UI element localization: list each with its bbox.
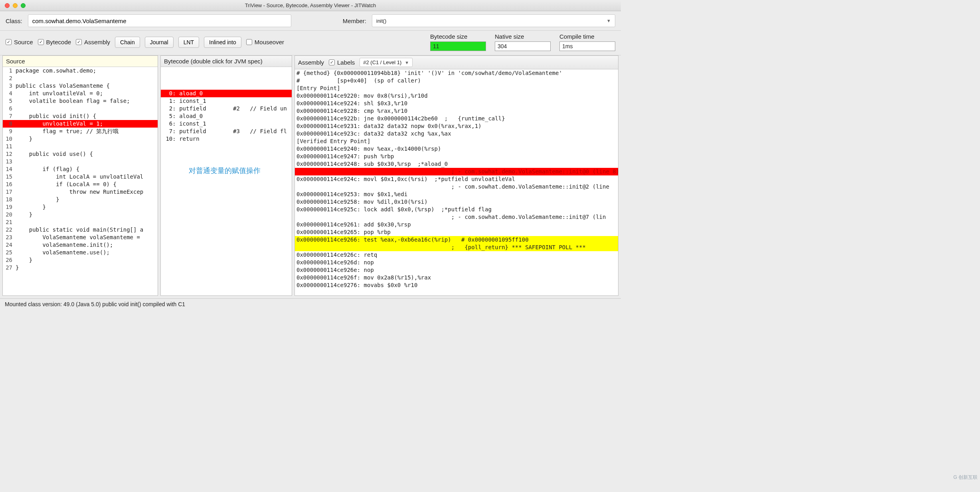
assembly-line[interactable]: 0x0000000114ce9266: test %eax,-0xb6ea16c… [295, 236, 618, 244]
assembly-line[interactable]: 0x0000000114ce922b: jne 0x0000000114c2be… [295, 115, 618, 122]
assembly-line[interactable]: ; - com.sowhat.demo.VolaSemanteme::init@… [295, 183, 618, 191]
minimize-icon[interactable] [13, 3, 18, 8]
member-select[interactable]: init() ▼ [372, 14, 615, 27]
source-line[interactable]: 25 volaSemanteme.use(); [3, 249, 158, 256]
assembly-line[interactable]: 0x0000000114ce926e: nop [295, 266, 618, 274]
source-line[interactable]: 15 int LocalA = unvloatileVal [3, 173, 158, 181]
bytecode-line[interactable]: 2: putfield #2 // Field un [161, 105, 292, 112]
source-line[interactable]: 9 flag = true; // 第九行哦 [3, 128, 158, 135]
source-line[interactable]: 16 if (LocalA == 0) { [3, 181, 158, 188]
assembly-line[interactable]: ; - com.sowhat.demo.VolaSemanteme::init@… [295, 168, 618, 175]
assembly-title: Assembly [298, 59, 324, 66]
assembly-line[interactable]: 0x0000000114ce926f: mov 0x2a8(%r15),%rax [295, 274, 618, 281]
bytecode-line[interactable]: 1: iconst_1 [161, 97, 292, 105]
assembly-line[interactable]: 0x0000000114ce926c: retq [295, 251, 618, 259]
source-line[interactable]: 13 [3, 158, 158, 165]
assembly-panel[interactable]: # {method} {0x000000011094bb18} 'init' '… [295, 69, 618, 295]
chevron-down-icon: ▼ [607, 18, 611, 23]
assembly-panel-header: Assembly Labels #2 (C1 / Level 1) ▼ [295, 56, 618, 69]
check-icon [6, 39, 12, 45]
assembly-line[interactable]: 0x0000000114ce9220: mov 0x8(%rsi),%r10d [295, 92, 618, 100]
class-label: Class: [6, 18, 22, 24]
assembly-line[interactable]: 0x0000000114ce9261: add $0x30,%rsp [295, 221, 618, 228]
member-value: init() [376, 18, 386, 24]
compile-time-value: 1ms [559, 41, 615, 51]
assembly-line[interactable]: ; - com.sowhat.demo.VolaSemanteme::init@… [295, 213, 618, 221]
assembly-line[interactable]: 0x0000000114ce9240: mov %eax,-0x14000(%r… [295, 145, 618, 153]
status-bar: Mounted class version: 49.0 (Java 5.0) p… [0, 298, 621, 310]
assembly-line[interactable]: 0x0000000114ce9265: pop %rbp [295, 228, 618, 236]
journal-button[interactable]: Journal [145, 37, 174, 48]
assembly-line[interactable]: 0x0000000114ce9258: mov %dil,0x10(%rsi) [295, 198, 618, 206]
bytecode-checkbox[interactable]: Bytecode [38, 39, 71, 45]
assembly-line[interactable]: # [sp+0x40] (sp of caller) [295, 77, 618, 85]
source-line[interactable]: 21 [3, 218, 158, 226]
mouseover-checkbox[interactable]: Mouseover [246, 39, 284, 45]
assembly-checkbox[interactable]: Assembly [76, 39, 110, 45]
source-panel[interactable]: 1package com.sowhat.demo;23public class … [3, 67, 158, 295]
bytecode-line[interactable]: 6: iconst_1 [161, 120, 292, 128]
assembly-line[interactable]: 0x0000000114ce9247: push %rbp [295, 153, 618, 160]
inlined-into-button[interactable]: Inlined into [204, 37, 241, 48]
bytecode-panel[interactable]: 对普通变量的赋值操作 0: aload_0 1: iconst_1 2: put… [161, 67, 292, 295]
source-checkbox[interactable]: Source [6, 39, 33, 45]
compile-time-label: Compile time [559, 33, 615, 40]
assembly-line[interactable]: 0x0000000114ce926d: nop [295, 259, 618, 266]
assembly-line[interactable]: 0x0000000114ce9248: sub $0x30,%rsp ;*alo… [295, 160, 618, 168]
window-title: TriView - Source, Bytecode, Assembly Vie… [245, 2, 376, 8]
bytecode-line[interactable]: 0: aload_0 [161, 90, 292, 97]
source-line[interactable]: 6 [3, 105, 158, 112]
source-line[interactable]: 1package com.sowhat.demo; [3, 67, 158, 75]
source-line[interactable]: 8 unvloatileVal = 1; [3, 120, 158, 128]
assembly-level-select[interactable]: #2 (C1 / Level 1) ▼ [360, 58, 413, 67]
source-line[interactable]: 27} [3, 264, 158, 272]
bytecode-size-label: Bytecode size [430, 33, 486, 40]
source-line[interactable]: 11 [3, 143, 158, 150]
assembly-line[interactable]: 0x0000000114ce9276: movabs $0x0 %r10 [295, 281, 618, 289]
source-line[interactable]: 4 int unvloatileVal = 0; [3, 90, 158, 97]
chain-button[interactable]: Chain [115, 37, 140, 48]
class-input[interactable] [28, 14, 291, 27]
labels-checkbox[interactable]: Labels [329, 59, 355, 66]
source-line[interactable]: 20 } [3, 211, 158, 218]
annotation-text: 对普通变量的赋值操作 [189, 167, 261, 174]
source-line[interactable]: 5 volatile boolean flag = false; [3, 97, 158, 105]
source-line[interactable]: 24 volaSemanteme.init(); [3, 241, 158, 249]
source-line[interactable]: 18 } [3, 196, 158, 203]
source-line[interactable]: 22 public static void main(String[] a [3, 226, 158, 234]
assembly-line[interactable]: 0x0000000114ce9253: mov $0x1,%edi [295, 191, 618, 198]
bytecode-line[interactable]: 5: aload_0 [161, 112, 292, 120]
bytecode-line[interactable]: 7: putfield #3 // Field fl [161, 128, 292, 135]
source-line[interactable]: 7 public void init() { [3, 112, 158, 120]
source-line[interactable]: 14 if (flag) { [3, 165, 158, 173]
assembly-line[interactable]: [Entry Point] [295, 85, 618, 92]
source-line[interactable]: 2 [3, 75, 158, 82]
bytecode-line[interactable]: 10: return [161, 135, 292, 143]
source-line[interactable]: 10 } [3, 135, 158, 143]
assembly-line[interactable]: # {method} {0x000000011094bb18} 'init' '… [295, 69, 618, 77]
assembly-line[interactable]: [Verified Entry Point] [295, 138, 618, 145]
assembly-line[interactable]: 0x0000000114ce923c: data32 data32 xchg %… [295, 130, 618, 138]
lnt-button[interactable]: LNT [178, 37, 199, 48]
source-line[interactable]: 26 } [3, 256, 158, 264]
source-line[interactable]: 17 throw new RuntimeExcep [3, 188, 158, 196]
source-panel-header: Source [3, 56, 158, 67]
source-line[interactable]: 19 } [3, 203, 158, 211]
assembly-line[interactable]: 0x0000000114ce925c: lock addl $0x0,(%rsp… [295, 206, 618, 213]
assembly-line[interactable]: 0x0000000114ce9231: data32 data32 nopw 0… [295, 122, 618, 130]
close-icon[interactable] [5, 3, 10, 8]
source-line[interactable]: 3public class VolaSemanteme { [3, 82, 158, 90]
assembly-line[interactable]: 0x0000000114ce924c: movl $0x1,0xc(%rsi) … [295, 175, 618, 183]
assembly-line[interactable]: 0x0000000114ce9224: shl $0x3,%r10 [295, 100, 618, 107]
assembly-line[interactable]: ; {poll_return} *** SAFEPOINT POLL *** [295, 244, 618, 251]
title-bar: TriView - Source, Bytecode, Assembly Vie… [0, 0, 621, 11]
assembly-line[interactable]: 0x0000000114ce9228: cmp %rax,%r10 [295, 107, 618, 115]
source-line[interactable]: 23 VolaSemanteme volaSemanteme = [3, 234, 158, 241]
check-icon [38, 39, 44, 45]
bytecode-panel-header: Bytecode (double click for JVM spec) [161, 56, 292, 67]
bytecode-size-value: 11 [430, 41, 486, 51]
maximize-icon[interactable] [21, 3, 26, 8]
source-line[interactable]: 12 public void use() { [3, 150, 158, 158]
chevron-down-icon: ▼ [405, 60, 409, 65]
native-size-value: 304 [495, 41, 551, 51]
